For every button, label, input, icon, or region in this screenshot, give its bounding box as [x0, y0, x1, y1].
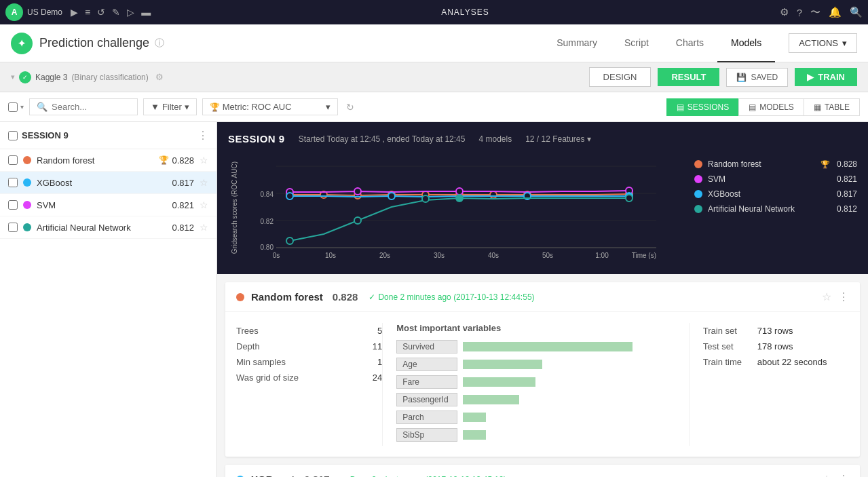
session-chart: SESSION 9 Started Today at 12:45 , ended… [217, 122, 868, 274]
stat-label: Train time [703, 357, 751, 367]
model-checkbox[interactable] [8, 155, 18, 165]
session-menu-icon[interactable]: ⋮ [197, 129, 208, 142]
layout-icon[interactable]: ▬ [141, 7, 151, 18]
model-name: XGBoost [37, 178, 172, 188]
features-link[interactable]: 12 / 12 Features ▾ [525, 134, 591, 144]
svg-point-26 [422, 195, 429, 202]
sidebar-model-item[interactable]: Artificial Neural Network 0.812 ☆ [0, 216, 216, 239]
model-card-name: XGBoost [251, 474, 295, 477]
model-card-done: ✓ Done 2 minutes ago (2017-10-13 12:44:5… [369, 292, 534, 302]
filter-button[interactable]: ▼ Filter ▾ [143, 98, 197, 115]
model-score: 0.821 [172, 200, 194, 210]
model-card-done: ✓ Done 2 minutes ago (2017-10-13 12:45:1… [341, 475, 506, 478]
info-icon[interactable]: ⓘ [155, 37, 164, 50]
toolbar: ▾ 🔍 ▼ Filter ▾ 🏆 Metric: ROC AUC ▾ ↻ ▤ S… [0, 92, 868, 122]
activity-icon[interactable]: 〜 [810, 6, 820, 19]
features-label: 12 / 12 Features [525, 134, 584, 144]
train-button[interactable]: ▶ TRAIN [795, 68, 857, 86]
metric-select[interactable]: 🏆 Metric: ROC AUC ▾ [202, 98, 338, 115]
svg-point-17 [354, 188, 361, 195]
svg-text:10s: 10s [325, 252, 336, 259]
svg-text:0.82: 0.82 [261, 218, 274, 225]
svg-point-24 [286, 237, 293, 244]
variable-bar [463, 413, 485, 422]
param-row: Was grid of size 24 [236, 370, 382, 385]
model-card-star-icon[interactable]: ☆ [822, 473, 831, 477]
model-checkbox[interactable] [8, 178, 18, 187]
param-value: 5 [377, 326, 382, 336]
models-label: MODELS [759, 102, 794, 112]
design-button[interactable]: DESIGN [589, 67, 652, 87]
variable-label: Age [396, 358, 457, 371]
model-card-star-icon[interactable]: ☆ [822, 290, 831, 303]
nav-summary[interactable]: Summary [543, 24, 611, 62]
sessions-view-btn[interactable]: ▤ SESSIONS [666, 98, 739, 116]
search-input[interactable] [52, 102, 130, 112]
svg-text:0s: 0s [273, 252, 280, 259]
sub-gear-icon[interactable]: ⚙ [155, 72, 164, 82]
svg-point-25 [354, 217, 361, 224]
sidebar: SESSION 9 ⋮ Random forest 🏆 0.828 ☆ XGBo… [0, 122, 217, 477]
model-card-actions: ☆ ⋮ [822, 473, 849, 477]
legend-item: Random forest 🏆 0.828 [694, 159, 857, 169]
nav-script[interactable]: Script [611, 24, 662, 62]
sidebar-model-item[interactable]: XGBoost 0.817 ☆ [0, 172, 216, 194]
select-dropdown-arrow[interactable]: ▾ [20, 103, 24, 111]
saved-button[interactable]: 💾 SAVED [726, 68, 788, 87]
model-card-menu-icon[interactable]: ⋮ [838, 473, 849, 477]
result-button[interactable]: RESULT [658, 68, 719, 86]
done-text: Done 2 minutes ago (2017-10-13 12:45:12) [350, 475, 506, 478]
sidebar-model-item[interactable]: SVM 0.821 ☆ [0, 194, 216, 216]
session-chart-subtitle: Started Today at 12:45 , ended Today at … [299, 134, 466, 144]
variable-label: Parch [396, 411, 457, 424]
chart-svg: 0.82 0.84 0.80 [238, 153, 681, 261]
chart-y-axis-wrapper: Gridsearch scores (ROC AUC) [228, 153, 238, 263]
refresh-metric-icon[interactable]: ↻ [346, 102, 354, 113]
model-color-dot [23, 156, 31, 164]
edit-icon[interactable]: ✎ [112, 7, 120, 18]
sub-header-left: ▾ ✓ Kaggle 3 (Binary classification) ⚙ [11, 71, 164, 83]
top-nav-right: ⚙ ? 〜 🔔 🔍 [780, 6, 863, 19]
models-view-btn[interactable]: ▤ MODELS [738, 98, 804, 116]
param-label: Trees [236, 326, 259, 336]
session-title: SESSION 9 [22, 130, 197, 140]
sidebar-model-item[interactable]: Random forest 🏆 0.828 ☆ [0, 149, 216, 172]
nav-charts[interactable]: Charts [662, 24, 717, 62]
model-color-dot [23, 178, 31, 187]
svg-text:0.84: 0.84 [261, 191, 274, 198]
settings-icon[interactable]: ⚙ [780, 6, 789, 18]
list-icon[interactable]: ≡ [85, 7, 90, 18]
actions-label: ACTIONS [799, 38, 838, 48]
svg-text:30s: 30s [434, 252, 445, 259]
svg-point-27 [455, 194, 464, 202]
variable-label: SibSp [396, 428, 457, 442]
stat-value: 713 rows [757, 326, 793, 336]
filter-icon: ▼ [151, 102, 159, 112]
play-icon[interactable]: ▷ [127, 7, 134, 18]
legend-trophy-icon: 🏆 [820, 160, 830, 169]
nav-models[interactable]: Models [717, 24, 775, 62]
star-icon[interactable]: ☆ [200, 155, 208, 166]
model-params: Trees 5 Depth 11 Min samples 1 Was grid … [236, 323, 382, 446]
select-all-checkbox[interactable] [8, 102, 18, 112]
features-arrow: ▾ [587, 134, 591, 144]
refresh-icon[interactable]: ↺ [97, 7, 105, 18]
session-chart-header: SESSION 9 Started Today at 12:45 , ended… [228, 133, 857, 145]
table-view-btn[interactable]: ▦ TABLE [804, 98, 860, 116]
model-checkbox[interactable] [8, 200, 18, 210]
variable-bar-container [463, 395, 689, 404]
variable-bar [463, 377, 535, 387]
star-icon[interactable]: ☆ [200, 199, 208, 210]
help-icon[interactable]: ? [797, 7, 802, 18]
model-card-menu-icon[interactable]: ⋮ [838, 290, 849, 303]
actions-button[interactable]: ACTIONS ▾ [789, 33, 857, 53]
svg-text:20s: 20s [379, 252, 390, 259]
param-value: 24 [373, 373, 382, 383]
top-nav: A US Demo ▶ ≡ ↺ ✎ ▷ ▬ ANALYSES ⚙ ? 〜 🔔 🔍 [0, 0, 868, 24]
search-icon[interactable]: 🔍 [850, 6, 863, 18]
notification-icon[interactable]: 🔔 [829, 6, 842, 18]
session-checkbox[interactable] [8, 131, 18, 140]
model-checkbox[interactable] [8, 223, 18, 232]
star-icon[interactable]: ☆ [200, 177, 208, 188]
star-icon[interactable]: ☆ [200, 222, 208, 233]
